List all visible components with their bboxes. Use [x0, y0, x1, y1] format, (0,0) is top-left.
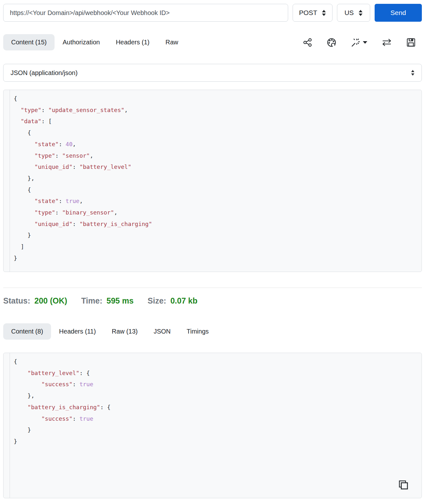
- send-button[interactable]: Send: [375, 4, 422, 22]
- tab-authorization[interactable]: Authorization: [55, 34, 108, 50]
- updown-caret-icon: [411, 70, 415, 76]
- request-body-code: { "type": "update_sensor_states", "data"…: [4, 90, 422, 264]
- editor-gutter: [4, 90, 10, 272]
- tab-response-content[interactable]: Content (8): [3, 323, 51, 340]
- response-body-code: { "battery_level": { "success": true }, …: [4, 353, 422, 447]
- swap-icon[interactable]: [381, 38, 392, 47]
- tab-response-raw[interactable]: Raw (13): [104, 323, 146, 340]
- share-icon[interactable]: [303, 38, 312, 47]
- region-select-value: US: [344, 9, 354, 17]
- status-value: 200 (OK): [34, 296, 67, 305]
- updown-caret-icon: [322, 10, 326, 16]
- response-body-viewer: { "battery_level": { "success": true }, …: [3, 353, 422, 498]
- request-toolbar: [303, 37, 423, 48]
- tab-raw[interactable]: Raw: [158, 34, 186, 50]
- time-value: 595 ms: [107, 296, 134, 305]
- size-label: Size:: [148, 296, 166, 305]
- updown-caret-icon: [358, 10, 363, 16]
- request-bar: POST US Send: [0, 0, 426, 22]
- dropdown-caret-icon: [363, 41, 367, 44]
- magic-wand-icon[interactable]: [351, 37, 367, 48]
- tab-content[interactable]: Content (15): [3, 34, 55, 50]
- save-icon[interactable]: [406, 38, 416, 47]
- region-select[interactable]: US: [337, 4, 370, 22]
- content-type-select[interactable]: JSON (application/json): [3, 64, 422, 82]
- url-input[interactable]: [3, 4, 288, 22]
- section-divider: [3, 288, 422, 288]
- response-status-row: Status: 200 (OK) Time: 595 ms Size: 0.07…: [3, 296, 423, 305]
- tab-response-timings[interactable]: Timings: [179, 323, 217, 340]
- time-label: Time:: [81, 296, 102, 305]
- content-type-value: JSON (application/json): [11, 69, 78, 77]
- viewer-gutter: [4, 353, 10, 498]
- method-select[interactable]: POST: [293, 4, 333, 22]
- size-value: 0.07 kb: [170, 296, 198, 305]
- copy-icon[interactable]: [398, 479, 409, 492]
- tab-headers[interactable]: Headers (1): [108, 34, 158, 50]
- response-tabs: Content (8) Headers (11) Raw (13) JSON T…: [0, 323, 426, 340]
- tab-response-json[interactable]: JSON: [146, 323, 178, 340]
- method-select-value: POST: [299, 9, 317, 17]
- status-label: Status:: [3, 296, 30, 305]
- palette-icon[interactable]: [326, 37, 337, 48]
- request-body-editor[interactable]: { "type": "update_sensor_states", "data"…: [3, 90, 422, 272]
- tab-response-headers[interactable]: Headers (11): [51, 323, 104, 340]
- request-tabs: Content (15) Authorization Headers (1) R…: [0, 34, 426, 51]
